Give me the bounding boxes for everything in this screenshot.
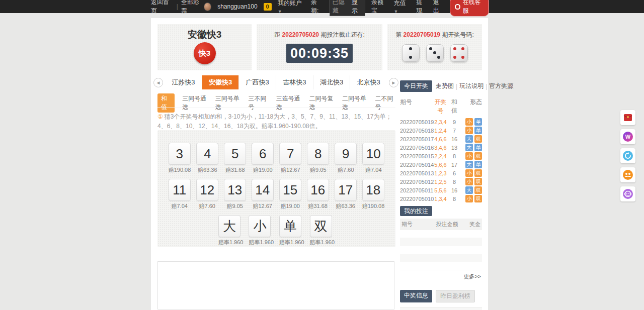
bet-option[interactable]: 4 赔63.36 [196,143,218,174]
bet-option[interactable]: 7 赔12.67 [279,143,301,174]
trend-chart-link[interactable]: 走势图 [436,82,454,90]
customer-service-icon[interactable] [620,186,635,201]
bet-grid: 3 赔190.08 4 赔63.36 5 赔31.68 6 赔19.00 7 赔… [157,130,395,247]
dice-icon [426,44,444,62]
account-menu[interactable]: 我的账户 ▼ [278,0,305,15]
parity-badge: 单 [474,161,482,168]
tabs-scroll-right-icon[interactable]: ► [389,78,398,87]
col-amount: 投注金额 [431,221,463,228]
size-badge: 小 [465,195,473,202]
bet-option[interactable]: 13 赔9.05 [224,179,246,210]
empty-bet-row [400,246,482,254]
parity-badge: 单 [474,118,482,126]
red-packet-icon[interactable] [620,110,635,125]
winners-tab[interactable]: 中奖信息 [400,290,432,302]
results-table: 期号 开奖号 和值 形态 20220705019 2,3,4 9 小 单 202… [400,96,482,203]
balance-show-button[interactable]: 显示 [352,0,362,15]
rules-info: ①猜3个开奖号相加的和，3-10为小，11-18为大，3、5、7、9、11、13… [157,108,395,131]
parity-badge: 双 [474,195,482,202]
size-badge: 小 [465,178,473,185]
home-link[interactable]: 返回首页 [151,0,174,15]
w-brand-icon[interactable]: W [620,129,635,144]
official-source-link[interactable]: 官方奖源 [489,82,513,90]
lottery-info-box: 安徽快3 快3 [157,24,252,70]
lottery-tab[interactable]: 广西快3 [238,75,276,89]
size-badge: 大 [465,161,473,168]
col-pattern: 形态 [460,98,482,115]
more-link[interactable]: 更多>> [400,270,482,283]
lottery-tab[interactable]: 吉林快3 [276,75,313,89]
user-avatar[interactable] [204,3,212,11]
dice-icon [402,44,420,62]
bet-option[interactable]: 10 赔7.04 [362,143,384,174]
result-row: 20220705013 1,2,3 6 小 双 [400,169,482,177]
chevron-down-icon: ▼ [278,9,282,14]
bet-option[interactable]: 5 赔31.68 [224,143,246,174]
bet-option[interactable]: 3 赔190.08 [169,143,191,174]
logout-link[interactable]: 退出 [433,0,444,15]
empty-bet-row [400,262,482,270]
result-row: 20220705011 5,5,6 16 大 双 [400,186,482,194]
parity-badge: 双 [474,169,482,177]
lottery-tab[interactable]: 江苏快3 [165,75,202,89]
bet-option[interactable]: 12 赔7.60 [196,179,218,210]
bet-option[interactable]: 大 赔率1.960 [218,215,244,246]
countdown-timer: 00:09:35 [286,44,353,63]
bet-option[interactable]: 小 赔率1.960 [249,215,274,246]
blue-brand-icon[interactable] [620,148,635,163]
username[interactable]: shangguan100 [217,3,257,10]
bet-option[interactable]: 18 赔190.08 [362,179,385,210]
size-badge: 小 [465,169,473,177]
separator: | [486,83,487,90]
empty-bet-row [400,238,482,246]
today-draws-button[interactable]: 今日开奖 [400,80,432,92]
parity-badge: 双 [474,186,482,194]
message-count-badge[interactable]: 0 [264,3,272,11]
rules-link[interactable]: 玩法说明 [459,82,484,90]
community-icon[interactable] [620,167,635,182]
svg-text:W: W [625,134,631,140]
bet-option[interactable]: 17 赔63.36 [335,179,357,210]
yuebao-link[interactable]: 余额宝 [371,0,387,15]
result-row: 20220705016 3,4,6 13 大 单 [400,143,482,152]
tabs-scroll-left-icon[interactable]: ◄ [153,78,163,87]
bet-option[interactable]: 14 赔12.67 [252,179,274,210]
topbar: 返回首页 | 全部彩票 shangguan100 0 我的账户 ▼ 余额: 已隐… [0,0,644,13]
bet-option[interactable]: 6 赔19.00 [252,143,274,174]
separator: | [456,83,457,90]
bet-option[interactable]: 8 赔9.05 [307,143,329,174]
lottery-tab[interactable]: 北京快3 [350,75,387,89]
draw-caption: 第 20220705019 期开奖号码: [395,31,473,39]
floating-toolbar: W [620,110,635,201]
dice-icon [450,44,468,62]
lottery-tab[interactable]: 湖北快3 [313,75,350,89]
lottery-tabstrip: ◄ 江苏快3安徽快3广西快3吉林快3湖北快3北京快3 ► [153,75,398,89]
size-badge: 小 [465,118,473,126]
recharge-menu[interactable]: 充值 ▼ [393,0,410,15]
col-issue: 期号 [400,98,432,115]
my-bets-section: 我的投注 期号 投注金额 奖金 更多>> [400,207,482,283]
bet-option[interactable]: 单 赔率1.960 [279,215,304,246]
bet-option[interactable]: 16 赔31.68 [307,179,329,210]
result-row: 20220705018 1,2,4 7 小 单 [400,126,482,135]
countdown-box: 距 20220705020 期投注截止还有: 00:09:35 [257,24,382,70]
draw-result-box: 第 20220705019 期开奖号码: [387,24,482,70]
lottery-tab[interactable]: 安徽快3 [202,75,239,89]
online-service-button[interactable]: 在线客服 [450,0,489,17]
parity-badge: 双 [474,178,482,185]
bet-option[interactable]: 9 赔7.60 [335,143,357,174]
headset-icon [455,4,460,10]
all-lottery-link[interactable]: 全部彩票 [181,0,204,15]
bet-option[interactable]: 11 赔7.04 [169,179,191,210]
yesterday-profit-tab[interactable]: 昨日盈利榜 [436,290,475,302]
bet-option[interactable]: 双 赔率1.960 [310,215,335,246]
col-sum: 和值 [449,98,460,115]
result-row: 20220705019 2,3,4 9 小 单 [400,118,482,126]
withdraw-link[interactable]: 提现 [416,0,427,15]
balance-label: 余额: [311,0,324,15]
draw-issue-number: 20220705019 [404,31,440,38]
my-bets-button[interactable]: 我的投注 [400,206,432,216]
col-prize: 奖金 [463,221,480,228]
right-panel: 今日开奖 走势图 | 玩法说明 | 官方奖源 期号 开奖号 和值 形态 2022… [400,80,482,310]
bet-option[interactable]: 15 赔19.00 [279,179,301,210]
